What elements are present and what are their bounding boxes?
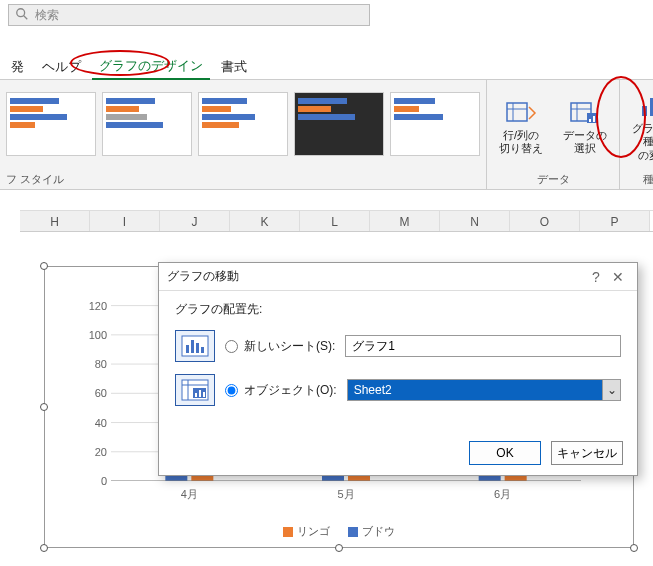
colh[interactable]: P bbox=[580, 211, 650, 231]
resize-handle[interactable] bbox=[630, 544, 638, 552]
group-label-data: データ bbox=[537, 170, 570, 187]
newsheet-name-input[interactable] bbox=[345, 335, 621, 357]
svg-rect-39 bbox=[201, 347, 204, 353]
chart-legend: リンゴ ブドウ bbox=[45, 524, 633, 539]
select-data-button[interactable]: データの 選択 bbox=[557, 97, 613, 157]
colh[interactable]: J bbox=[160, 211, 230, 231]
colh[interactable]: N bbox=[440, 211, 510, 231]
object-icon bbox=[175, 374, 215, 406]
svg-rect-44 bbox=[195, 393, 197, 397]
resize-handle[interactable] bbox=[40, 544, 48, 552]
search-icon bbox=[15, 7, 29, 24]
svg-rect-45 bbox=[199, 390, 201, 397]
colh[interactable]: K bbox=[230, 211, 300, 231]
change-chart-type-button[interactable]: グラフの種類 の変更 bbox=[626, 90, 653, 164]
style-thumb-1[interactable] bbox=[6, 92, 96, 156]
svg-rect-2 bbox=[507, 103, 527, 121]
ribbon-tabs: 発 ヘルプ グラフのデザイン 書式 bbox=[0, 54, 653, 80]
chevron-down-icon[interactable]: ⌄ bbox=[602, 380, 620, 400]
svg-rect-37 bbox=[191, 340, 194, 353]
radio-object[interactable]: オブジェクト(O): bbox=[225, 382, 337, 399]
dialog-titlebar[interactable]: グラフの移動 ? ✕ bbox=[159, 263, 637, 291]
column-headers: H I J K L M N O P bbox=[20, 210, 653, 232]
colh[interactable]: L bbox=[300, 211, 370, 231]
svg-rect-36 bbox=[186, 345, 189, 353]
switch-row-col-button[interactable]: 行/列の 切り替え bbox=[493, 97, 549, 157]
tab-format[interactable]: 書式 bbox=[214, 55, 254, 79]
svg-point-0 bbox=[17, 8, 25, 16]
svg-rect-8 bbox=[587, 113, 597, 123]
radio-newsheet[interactable]: 新しいシート(S): bbox=[225, 338, 335, 355]
svg-rect-46 bbox=[203, 392, 205, 397]
tab-help[interactable]: ヘルプ bbox=[35, 55, 88, 79]
resize-handle[interactable] bbox=[40, 262, 48, 270]
colh[interactable]: O bbox=[510, 211, 580, 231]
svg-rect-9 bbox=[589, 119, 591, 122]
dialog-title: グラフの移動 bbox=[167, 268, 239, 285]
tab-partial[interactable]: 発 bbox=[4, 55, 31, 79]
svg-rect-11 bbox=[642, 106, 647, 116]
tab-chart-design[interactable]: グラフのデザイン bbox=[92, 54, 210, 80]
help-button[interactable]: ? bbox=[585, 269, 607, 285]
search-box[interactable]: 検索 bbox=[8, 4, 370, 26]
colh[interactable]: I bbox=[90, 211, 160, 231]
svg-rect-10 bbox=[593, 116, 595, 122]
style-thumb-4[interactable] bbox=[294, 92, 384, 156]
search-placeholder: 検索 bbox=[35, 7, 59, 24]
group-label-styles: フ スタイル bbox=[6, 170, 64, 187]
newsheet-icon bbox=[175, 330, 215, 362]
close-icon[interactable]: ✕ bbox=[607, 269, 629, 285]
chart-styles-gallery[interactable] bbox=[6, 92, 480, 162]
style-thumb-2[interactable] bbox=[102, 92, 192, 156]
group-label-type: 種類 bbox=[643, 170, 653, 187]
move-chart-dialog: グラフの移動 ? ✕ グラフの配置先: 新しいシート(S): オブジェクト(O)… bbox=[158, 262, 638, 476]
colh[interactable]: H bbox=[20, 211, 90, 231]
colh[interactable]: M bbox=[370, 211, 440, 231]
ok-button[interactable]: OK bbox=[469, 441, 541, 465]
y-axis: 020406080100120 bbox=[79, 287, 109, 487]
svg-rect-35 bbox=[182, 336, 208, 356]
object-sheet-select[interactable]: Sheet2 ⌄ bbox=[347, 379, 621, 401]
resize-handle[interactable] bbox=[335, 544, 343, 552]
cancel-button[interactable]: キャンセル bbox=[551, 441, 623, 465]
worksheet-grid[interactable]: H I J K L M N O P bbox=[0, 210, 653, 232]
resize-handle[interactable] bbox=[40, 403, 48, 411]
svg-line-1 bbox=[24, 15, 28, 19]
style-thumb-5[interactable] bbox=[390, 92, 480, 156]
style-thumb-3[interactable] bbox=[198, 92, 288, 156]
dialog-subtitle: グラフの配置先: bbox=[175, 301, 621, 318]
ribbon: フ スタイル 行/列の 切り替え データの 選択 データ グラフの種類 の変更 … bbox=[0, 80, 653, 190]
svg-rect-38 bbox=[196, 343, 199, 353]
